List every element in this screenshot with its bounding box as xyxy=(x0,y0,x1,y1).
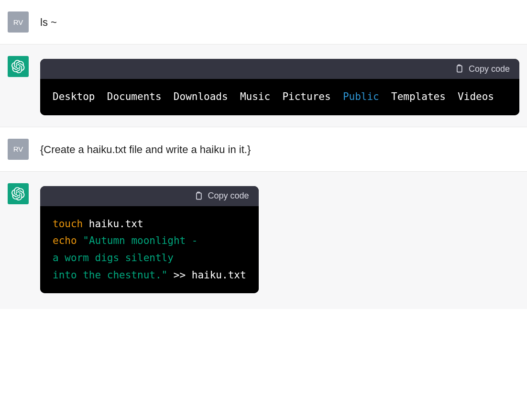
copy-code-button[interactable]: Copy code xyxy=(194,191,249,201)
code-header: Copy code xyxy=(40,186,259,206)
copy-code-label: Copy code xyxy=(469,64,510,74)
assistant-message: Copy code touch haiku.txt echo "Autumn m… xyxy=(0,172,527,309)
code-header: Copy code xyxy=(40,59,519,79)
copy-code-button[interactable]: Copy code xyxy=(454,64,510,74)
user-message-text: {Create a haiku.txt file and write a hai… xyxy=(40,139,519,160)
code-body: touch haiku.txt echo "Autumn moonlight -… xyxy=(40,206,259,294)
clipboard-icon xyxy=(454,64,464,74)
code-body: Desktop Documents Downloads Music Pictur… xyxy=(40,79,519,115)
openai-logo-icon xyxy=(11,187,25,200)
openai-logo-icon xyxy=(11,60,25,73)
user-message: RV ls ~ xyxy=(0,0,527,44)
user-avatar: RV xyxy=(8,11,29,33)
user-initials: RV xyxy=(13,145,23,153)
user-message: RV {Create a haiku.txt file and write a … xyxy=(0,127,527,172)
svg-rect-0 xyxy=(457,66,462,72)
copy-code-label: Copy code xyxy=(208,191,249,201)
assistant-avatar xyxy=(8,56,29,77)
assistant-message: Copy code Desktop Documents Downloads Mu… xyxy=(0,44,527,127)
code-block: Copy code touch haiku.txt echo "Autumn m… xyxy=(40,186,259,294)
clipboard-icon xyxy=(194,191,203,201)
assistant-avatar xyxy=(8,183,29,204)
svg-rect-1 xyxy=(196,193,201,199)
user-avatar: RV xyxy=(8,139,29,160)
assistant-content: Copy code touch haiku.txt echo "Autumn m… xyxy=(40,183,519,298)
user-message-text: ls ~ xyxy=(40,11,519,33)
code-block: Copy code Desktop Documents Downloads Mu… xyxy=(40,59,519,115)
user-initials: RV xyxy=(13,18,23,26)
assistant-content: Copy code Desktop Documents Downloads Mu… xyxy=(40,56,519,115)
